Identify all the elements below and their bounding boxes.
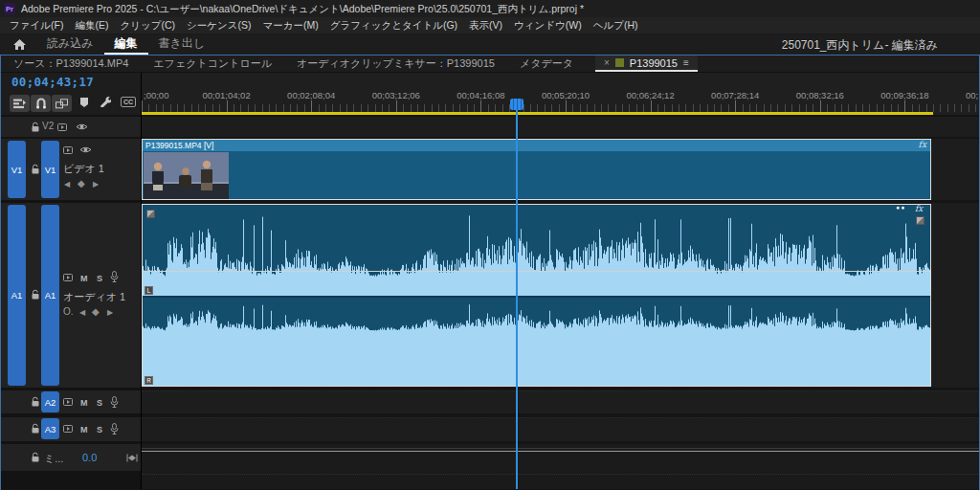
workspace-tab-編集[interactable]: 編集 [104, 34, 148, 55]
tab-timeline-p1399015[interactable]: × P1399015 ≡ [595, 56, 698, 72]
menu-item[interactable]: ウィンドウ(W) [508, 19, 588, 33]
video-clip-label: P1399015.MP4 [V] [145, 141, 213, 150]
add-keyframe-icon[interactable]: ◆ [78, 178, 85, 189]
ruler-label: 00;01;04;02 [203, 90, 251, 100]
keyframe-mode-badge[interactable]: O. [63, 306, 74, 317]
mic-icon[interactable] [110, 423, 119, 435]
sync-lock-icon[interactable] [63, 424, 76, 434]
track-target-a3[interactable]: A3 [41, 418, 59, 439]
ruler-label: 00;04;16;08 [457, 90, 504, 100]
solo-button[interactable]: S [97, 425, 102, 434]
work-area-bar[interactable] [142, 112, 933, 115]
playhead-timecode[interactable]: 00;04;43;17 [11, 75, 94, 89]
playhead-head[interactable] [510, 99, 523, 110]
source-patch-v1[interactable]: V1 [8, 141, 26, 198]
video-clip-thumbnail [144, 152, 229, 199]
lane-v2[interactable] [142, 117, 980, 137]
close-icon[interactable]: × [604, 57, 610, 68]
menu-item[interactable]: ヘルプ(H) [588, 19, 644, 33]
add-marker-button[interactable] [79, 97, 89, 108]
mic-icon[interactable] [110, 396, 119, 409]
panel-tab[interactable]: オーディオクリップミキサー：P1399015 [284, 56, 507, 72]
track-header-a3: A3 M S [0, 417, 141, 441]
next-keyframe-icon[interactable]: ▶ [107, 308, 113, 317]
solo-button[interactable]: S [97, 398, 102, 408]
ruler-label: 00;06;24;12 [627, 90, 675, 100]
panel-tab[interactable]: メタデータ [507, 56, 586, 72]
menu-item[interactable]: グラフィックとタイトル(G) [324, 19, 463, 33]
linked-selection-button[interactable] [52, 95, 72, 112]
mute-button[interactable]: M [80, 425, 88, 434]
next-keyframe-icon[interactable]: ▶ [93, 180, 99, 189]
sync-lock-icon[interactable] [63, 273, 76, 282]
panel-tab[interactable]: エフェクトコントロール [141, 56, 284, 72]
panel-menu-icon[interactable]: ≡ [683, 57, 689, 68]
captions-button[interactable]: CC [121, 97, 136, 107]
ruler-label: 00;05;20;10 [542, 90, 590, 100]
snap-button[interactable] [31, 95, 51, 112]
menu-item[interactable]: マーカー(M) [256, 19, 323, 33]
track-header-v1: V1 V1 ビデオ 1 ◀ ◆ ▶ [0, 139, 141, 200]
menu-item[interactable]: シーケンス(S) [181, 19, 256, 33]
mix-lane-zero-line [142, 451, 980, 452]
sync-lock-icon[interactable] [63, 145, 76, 155]
mix-level-value[interactable]: 0.0 [82, 452, 97, 463]
ruler-major-tick [396, 100, 397, 112]
waveform-right-channel [143, 298, 930, 386]
track-name-v1[interactable]: ビデオ 1 [63, 162, 104, 176]
lane-a3[interactable] [142, 417, 980, 441]
mute-button[interactable]: M [80, 274, 88, 283]
menu-item[interactable]: 編集(E) [69, 19, 114, 33]
ruler-major-tick [651, 100, 652, 112]
lock-icon[interactable] [31, 122, 40, 133]
sync-lock-icon[interactable] [57, 122, 70, 132]
track-target-a1[interactable]: A1 [41, 205, 59, 386]
ruler-major-tick [735, 100, 736, 112]
prev-keyframe-icon[interactable]: ◀ [64, 180, 70, 189]
lock-icon[interactable] [31, 289, 40, 301]
panel-tab[interactable]: ソース：P1399014.MP4 [1, 56, 141, 72]
solo-button[interactable]: S [97, 274, 102, 283]
premiere-app-icon: Pr [4, 3, 15, 14]
mix-keyframe-nav-icon[interactable] [126, 454, 138, 462]
video-clip-p1399015[interactable]: P1399015.MP4 [V] fx [142, 139, 931, 200]
eye-icon[interactable] [79, 145, 92, 154]
lane-a2[interactable] [142, 390, 980, 413]
eye-icon[interactable] [76, 122, 88, 131]
lock-icon[interactable] [31, 396, 40, 408]
menu-item[interactable]: 表示(V) [463, 19, 508, 33]
workspace-tabs: 読み込み編集書き出し [36, 34, 215, 55]
track-header-a2: A2 M S [0, 390, 141, 413]
home-icon[interactable] [12, 38, 27, 51]
track-name-a1[interactable]: オーディオ 1 [63, 290, 125, 304]
lock-icon[interactable] [31, 452, 40, 463]
track-header-a1: A1 A1 M S オーディオ 1 O. ◀ ◆ ▶ [0, 203, 141, 388]
timeline-ruler[interactable]: ;00;0000;01;04;0200;02;08;0400;03;12;060… [142, 73, 980, 115]
track-target-v1[interactable]: V1 [41, 141, 59, 198]
mute-button[interactable]: M [80, 398, 88, 408]
sync-lock-icon[interactable] [63, 397, 76, 407]
timeline-settings-button[interactable] [100, 96, 111, 107]
menu-item[interactable]: ファイル(F) [4, 19, 69, 33]
video-clip-title-bar: P1399015.MP4 [V] fx [143, 140, 930, 151]
mic-icon[interactable] [110, 271, 119, 283]
lock-icon[interactable] [31, 423, 40, 434]
playhead-line[interactable] [516, 110, 518, 489]
bottom-dotted-line [142, 474, 980, 475]
magnet-icon [35, 98, 47, 109]
workspace-tab-書き出し[interactable]: 書き出し [148, 34, 216, 55]
add-keyframe-icon[interactable]: ◆ [92, 306, 100, 317]
premiere-window: Pr Adobe Premiere Pro 2025 - C:\ユーザー\nak… [0, 0, 980, 490]
ruler-major-tick [311, 100, 312, 112]
nest-sequence-button[interactable] [10, 95, 30, 112]
volume-rubber-band[interactable] [143, 271, 930, 272]
prev-keyframe-icon[interactable]: ◀ [79, 308, 85, 317]
workspace-tab-読み込み[interactable]: 読み込み [36, 34, 104, 55]
source-patch-a1[interactable]: A1 [8, 205, 26, 386]
track-target-v2[interactable]: V2 [42, 121, 54, 131]
left-channel-badge: L [145, 286, 153, 295]
ruler-label: 00;03;12;06 [372, 90, 420, 100]
lock-icon[interactable] [31, 164, 40, 175]
menu-item[interactable]: クリップ(C) [114, 19, 181, 33]
track-target-a2[interactable]: A2 [41, 391, 59, 412]
